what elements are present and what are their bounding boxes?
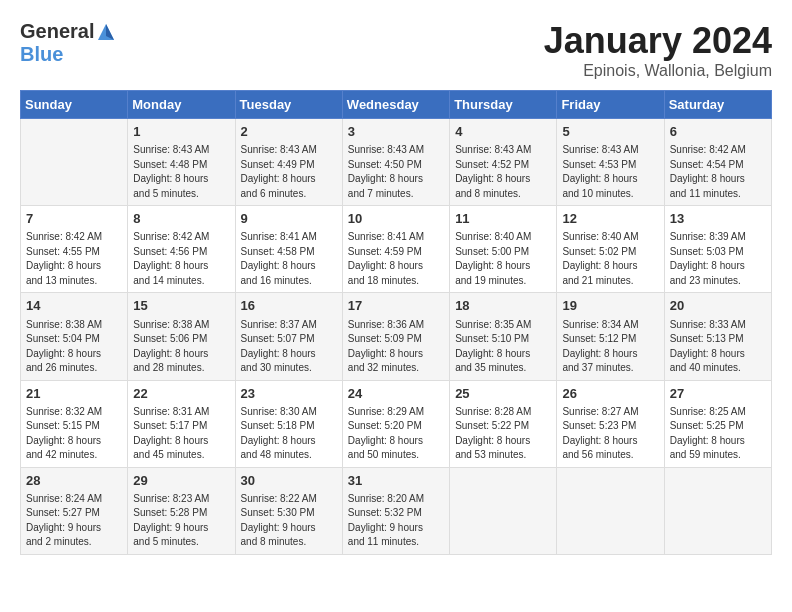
day-number: 11 xyxy=(455,210,551,228)
calendar-cell xyxy=(557,467,664,554)
day-number: 21 xyxy=(26,385,122,403)
calendar-week-row: 28Sunrise: 8:24 AM Sunset: 5:27 PM Dayli… xyxy=(21,467,772,554)
header-day-sunday: Sunday xyxy=(21,91,128,119)
calendar-cell: 7Sunrise: 8:42 AM Sunset: 4:55 PM Daylig… xyxy=(21,206,128,293)
day-number: 15 xyxy=(133,297,229,315)
day-info: Sunrise: 8:34 AM Sunset: 5:12 PM Dayligh… xyxy=(562,318,658,376)
day-number: 4 xyxy=(455,123,551,141)
calendar-cell: 24Sunrise: 8:29 AM Sunset: 5:20 PM Dayli… xyxy=(342,380,449,467)
calendar-cell: 9Sunrise: 8:41 AM Sunset: 4:58 PM Daylig… xyxy=(235,206,342,293)
calendar-cell: 31Sunrise: 8:20 AM Sunset: 5:32 PM Dayli… xyxy=(342,467,449,554)
calendar-cell: 13Sunrise: 8:39 AM Sunset: 5:03 PM Dayli… xyxy=(664,206,771,293)
day-number: 20 xyxy=(670,297,766,315)
day-info: Sunrise: 8:20 AM Sunset: 5:32 PM Dayligh… xyxy=(348,492,444,550)
calendar-cell: 4Sunrise: 8:43 AM Sunset: 4:52 PM Daylig… xyxy=(450,119,557,206)
day-number: 24 xyxy=(348,385,444,403)
day-info: Sunrise: 8:39 AM Sunset: 5:03 PM Dayligh… xyxy=(670,230,766,288)
day-info: Sunrise: 8:41 AM Sunset: 4:59 PM Dayligh… xyxy=(348,230,444,288)
day-number: 16 xyxy=(241,297,337,315)
calendar-header-row: SundayMondayTuesdayWednesdayThursdayFrid… xyxy=(21,91,772,119)
day-info: Sunrise: 8:24 AM Sunset: 5:27 PM Dayligh… xyxy=(26,492,122,550)
calendar-cell: 18Sunrise: 8:35 AM Sunset: 5:10 PM Dayli… xyxy=(450,293,557,380)
calendar-cell: 27Sunrise: 8:25 AM Sunset: 5:25 PM Dayli… xyxy=(664,380,771,467)
day-info: Sunrise: 8:40 AM Sunset: 5:00 PM Dayligh… xyxy=(455,230,551,288)
day-number: 13 xyxy=(670,210,766,228)
logo-blue-text: Blue xyxy=(20,43,63,66)
calendar-cell: 12Sunrise: 8:40 AM Sunset: 5:02 PM Dayli… xyxy=(557,206,664,293)
day-number: 22 xyxy=(133,385,229,403)
day-number: 3 xyxy=(348,123,444,141)
calendar-cell: 19Sunrise: 8:34 AM Sunset: 5:12 PM Dayli… xyxy=(557,293,664,380)
location-subtitle: Epinois, Wallonia, Belgium xyxy=(544,62,772,80)
day-info: Sunrise: 8:43 AM Sunset: 4:49 PM Dayligh… xyxy=(241,143,337,201)
day-number: 1 xyxy=(133,123,229,141)
calendar-cell: 17Sunrise: 8:36 AM Sunset: 5:09 PM Dayli… xyxy=(342,293,449,380)
calendar-cell: 20Sunrise: 8:33 AM Sunset: 5:13 PM Dayli… xyxy=(664,293,771,380)
logo: General Blue xyxy=(20,20,116,66)
calendar-cell xyxy=(664,467,771,554)
calendar-cell: 5Sunrise: 8:43 AM Sunset: 4:53 PM Daylig… xyxy=(557,119,664,206)
day-info: Sunrise: 8:28 AM Sunset: 5:22 PM Dayligh… xyxy=(455,405,551,463)
header-day-tuesday: Tuesday xyxy=(235,91,342,119)
calendar-cell: 14Sunrise: 8:38 AM Sunset: 5:04 PM Dayli… xyxy=(21,293,128,380)
day-info: Sunrise: 8:42 AM Sunset: 4:56 PM Dayligh… xyxy=(133,230,229,288)
day-number: 25 xyxy=(455,385,551,403)
day-number: 27 xyxy=(670,385,766,403)
calendar-week-row: 7Sunrise: 8:42 AM Sunset: 4:55 PM Daylig… xyxy=(21,206,772,293)
calendar-cell: 6Sunrise: 8:42 AM Sunset: 4:54 PM Daylig… xyxy=(664,119,771,206)
header-day-monday: Monday xyxy=(128,91,235,119)
day-info: Sunrise: 8:42 AM Sunset: 4:55 PM Dayligh… xyxy=(26,230,122,288)
day-info: Sunrise: 8:40 AM Sunset: 5:02 PM Dayligh… xyxy=(562,230,658,288)
day-info: Sunrise: 8:29 AM Sunset: 5:20 PM Dayligh… xyxy=(348,405,444,463)
header-day-wednesday: Wednesday xyxy=(342,91,449,119)
calendar-cell: 3Sunrise: 8:43 AM Sunset: 4:50 PM Daylig… xyxy=(342,119,449,206)
header-day-saturday: Saturday xyxy=(664,91,771,119)
day-number: 5 xyxy=(562,123,658,141)
day-number: 23 xyxy=(241,385,337,403)
calendar-table: SundayMondayTuesdayWednesdayThursdayFrid… xyxy=(20,90,772,555)
day-number: 2 xyxy=(241,123,337,141)
day-info: Sunrise: 8:31 AM Sunset: 5:17 PM Dayligh… xyxy=(133,405,229,463)
day-info: Sunrise: 8:38 AM Sunset: 5:04 PM Dayligh… xyxy=(26,318,122,376)
day-number: 29 xyxy=(133,472,229,490)
calendar-cell xyxy=(21,119,128,206)
page-header: General Blue January 2024 Epinois, Wallo… xyxy=(20,20,772,80)
day-info: Sunrise: 8:35 AM Sunset: 5:10 PM Dayligh… xyxy=(455,318,551,376)
day-number: 26 xyxy=(562,385,658,403)
day-info: Sunrise: 8:36 AM Sunset: 5:09 PM Dayligh… xyxy=(348,318,444,376)
day-info: Sunrise: 8:37 AM Sunset: 5:07 PM Dayligh… xyxy=(241,318,337,376)
day-info: Sunrise: 8:27 AM Sunset: 5:23 PM Dayligh… xyxy=(562,405,658,463)
day-info: Sunrise: 8:30 AM Sunset: 5:18 PM Dayligh… xyxy=(241,405,337,463)
title-block: January 2024 Epinois, Wallonia, Belgium xyxy=(544,20,772,80)
calendar-cell: 11Sunrise: 8:40 AM Sunset: 5:00 PM Dayli… xyxy=(450,206,557,293)
calendar-cell: 25Sunrise: 8:28 AM Sunset: 5:22 PM Dayli… xyxy=(450,380,557,467)
day-info: Sunrise: 8:43 AM Sunset: 4:52 PM Dayligh… xyxy=(455,143,551,201)
logo-icon xyxy=(96,22,116,42)
day-info: Sunrise: 8:43 AM Sunset: 4:53 PM Dayligh… xyxy=(562,143,658,201)
day-info: Sunrise: 8:32 AM Sunset: 5:15 PM Dayligh… xyxy=(26,405,122,463)
day-number: 7 xyxy=(26,210,122,228)
calendar-cell: 8Sunrise: 8:42 AM Sunset: 4:56 PM Daylig… xyxy=(128,206,235,293)
day-number: 10 xyxy=(348,210,444,228)
day-info: Sunrise: 8:23 AM Sunset: 5:28 PM Dayligh… xyxy=(133,492,229,550)
header-day-friday: Friday xyxy=(557,91,664,119)
calendar-cell: 2Sunrise: 8:43 AM Sunset: 4:49 PM Daylig… xyxy=(235,119,342,206)
calendar-cell: 1Sunrise: 8:43 AM Sunset: 4:48 PM Daylig… xyxy=(128,119,235,206)
calendar-cell: 21Sunrise: 8:32 AM Sunset: 5:15 PM Dayli… xyxy=(21,380,128,467)
day-number: 28 xyxy=(26,472,122,490)
day-number: 18 xyxy=(455,297,551,315)
calendar-week-row: 1Sunrise: 8:43 AM Sunset: 4:48 PM Daylig… xyxy=(21,119,772,206)
day-number: 14 xyxy=(26,297,122,315)
day-info: Sunrise: 8:25 AM Sunset: 5:25 PM Dayligh… xyxy=(670,405,766,463)
day-number: 30 xyxy=(241,472,337,490)
calendar-cell: 28Sunrise: 8:24 AM Sunset: 5:27 PM Dayli… xyxy=(21,467,128,554)
calendar-cell: 15Sunrise: 8:38 AM Sunset: 5:06 PM Dayli… xyxy=(128,293,235,380)
calendar-cell: 23Sunrise: 8:30 AM Sunset: 5:18 PM Dayli… xyxy=(235,380,342,467)
calendar-cell: 22Sunrise: 8:31 AM Sunset: 5:17 PM Dayli… xyxy=(128,380,235,467)
calendar-cell: 30Sunrise: 8:22 AM Sunset: 5:30 PM Dayli… xyxy=(235,467,342,554)
calendar-week-row: 21Sunrise: 8:32 AM Sunset: 5:15 PM Dayli… xyxy=(21,380,772,467)
day-info: Sunrise: 8:42 AM Sunset: 4:54 PM Dayligh… xyxy=(670,143,766,201)
logo-general-text: General xyxy=(20,20,94,43)
calendar-cell: 26Sunrise: 8:27 AM Sunset: 5:23 PM Dayli… xyxy=(557,380,664,467)
day-number: 17 xyxy=(348,297,444,315)
